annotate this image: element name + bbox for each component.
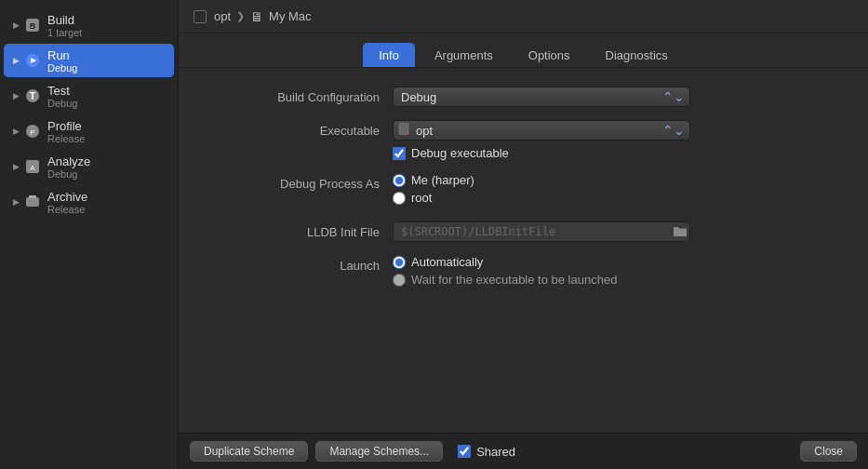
archive-icon — [22, 192, 43, 212]
folder-browse-button[interactable] — [674, 224, 687, 239]
folder-icon — [674, 225, 687, 236]
radio-root-row: root — [393, 191, 840, 205]
sidebar: ▶ B Build 1 target ▶ Run — [0, 0, 179, 469]
build-configuration-label: Build Configuration — [207, 87, 393, 104]
manage-schemes-button[interactable]: Manage Schemes... — [315, 441, 443, 462]
tab-bar: Info Arguments Options Diagnostics — [179, 34, 868, 68]
svg-text:P: P — [30, 128, 34, 137]
sidebar-item-archive[interactable]: ▶ Archive Release — [4, 185, 174, 219]
form-area: Build Configuration Debug Release ⌃⌄ Exe… — [179, 68, 868, 433]
build-icon: B — [22, 15, 43, 35]
radio-wait-label[interactable]: Wait for the executable to be launched — [411, 273, 617, 287]
test-text: Test Debug — [47, 84, 77, 109]
expand-arrow-analyze: ▶ — [9, 160, 22, 173]
expand-arrow-run: ▶ — [9, 54, 22, 67]
svg-rect-11 — [29, 195, 36, 198]
tab-options[interactable]: Options — [513, 43, 586, 67]
profile-text: Profile Release — [47, 119, 85, 144]
run-text: Run Debug — [47, 48, 77, 74]
breadcrumb-bar: opt ❯ 🖥 My Mac — [179, 0, 868, 34]
lldb-init-label: LLDB Init File — [207, 221, 393, 239]
sidebar-item-analyze[interactable]: ▶ A Analyze Debug — [4, 150, 174, 183]
debug-executable-label[interactable]: Debug executable — [411, 146, 509, 160]
close-button[interactable]: Close — [800, 441, 857, 462]
lldb-input-wrapper — [393, 221, 690, 242]
radio-me-row: Me (harper) — [393, 173, 840, 187]
debug-executable-row: Debug executable — [393, 146, 840, 160]
expand-arrow-profile: ▶ — [9, 125, 22, 138]
debug-process-row: Debug Process As Me (harper) root — [207, 173, 840, 208]
shared-row: Shared — [458, 445, 515, 459]
svg-text:B: B — [30, 21, 36, 31]
analyze-icon: A — [22, 156, 43, 177]
bottom-bar: Duplicate Scheme Manage Schemes... Share… — [179, 433, 868, 469]
build-configuration-select-wrapper: Debug Release ⌃⌄ — [393, 87, 690, 107]
test-icon: T — [22, 86, 43, 106]
expand-arrow-build: ▶ — [9, 19, 22, 32]
build-configuration-control: Debug Release ⌃⌄ — [393, 87, 840, 107]
tab-arguments[interactable]: Arguments — [419, 43, 509, 67]
radio-wait[interactable] — [393, 274, 406, 287]
radio-me-label[interactable]: Me (harper) — [411, 173, 474, 187]
main-content: opt ❯ 🖥 My Mac Info Arguments Options Di… — [179, 0, 868, 469]
breadcrumb-separator: ❯ — [236, 10, 245, 22]
sidebar-item-run[interactable]: ▶ Run Debug — [4, 44, 174, 77]
archive-text: Archive Release — [47, 190, 87, 215]
executable-row: Executable opt ⌃⌄ — [207, 120, 840, 160]
sidebar-item-profile[interactable]: ▶ P Profile Release — [4, 114, 174, 148]
breadcrumb: opt ❯ 🖥 My Mac — [214, 9, 312, 24]
shared-label[interactable]: Shared — [476, 445, 515, 459]
radio-root-label[interactable]: root — [411, 191, 432, 205]
lldb-init-control — [393, 221, 840, 242]
lldb-init-input[interactable] — [393, 221, 690, 242]
sidebar-item-test[interactable]: ▶ T Test Debug — [4, 79, 174, 113]
mac-icon: 🖥 — [250, 9, 263, 24]
radio-auto[interactable] — [393, 256, 406, 269]
radio-root[interactable] — [393, 192, 406, 205]
executable-control: opt ⌃⌄ Debug executable — [393, 120, 840, 160]
breadcrumb-checkbox[interactable] — [194, 10, 207, 23]
launch-row: Launch Automatically Wait for the execut… — [207, 255, 840, 290]
build-text: Build 1 target — [47, 13, 82, 38]
breadcrumb-destination: My Mac — [269, 9, 312, 23]
debug-process-control: Me (harper) root — [393, 173, 840, 208]
shared-checkbox[interactable] — [458, 445, 471, 458]
svg-text:A: A — [30, 164, 35, 172]
profile-icon: P — [22, 121, 43, 141]
lldb-init-row: LLDB Init File — [207, 221, 840, 242]
build-configuration-select[interactable]: Debug Release — [393, 87, 690, 107]
expand-arrow-test: ▶ — [9, 89, 22, 102]
sidebar-item-build[interactable]: ▶ B Build 1 target — [4, 8, 174, 42]
tab-info[interactable]: Info — [363, 43, 415, 67]
svg-rect-10 — [26, 197, 39, 207]
executable-label: Executable — [207, 120, 393, 138]
svg-text:T: T — [30, 91, 35, 101]
breadcrumb-item: opt — [214, 9, 231, 23]
tab-diagnostics[interactable]: Diagnostics — [590, 43, 684, 67]
debug-executable-checkbox[interactable] — [393, 147, 406, 160]
executable-select[interactable]: opt — [393, 120, 690, 141]
radio-me[interactable] — [393, 174, 406, 187]
build-configuration-row: Build Configuration Debug Release ⌃⌄ — [207, 87, 840, 107]
launch-label: Launch — [207, 255, 393, 273]
executable-select-wrapper: opt ⌃⌄ — [393, 120, 690, 141]
analyze-text: Analyze Debug — [47, 154, 90, 180]
radio-auto-row: Automatically — [393, 255, 840, 269]
launch-control: Automatically Wait for the executable to… — [393, 255, 840, 290]
expand-arrow-archive: ▶ — [9, 195, 22, 208]
debug-process-label: Debug Process As — [207, 173, 393, 191]
run-icon — [22, 50, 43, 71]
duplicate-scheme-button[interactable]: Duplicate Scheme — [190, 441, 308, 462]
radio-wait-row: Wait for the executable to be launched — [393, 273, 840, 287]
radio-auto-label[interactable]: Automatically — [411, 255, 483, 269]
